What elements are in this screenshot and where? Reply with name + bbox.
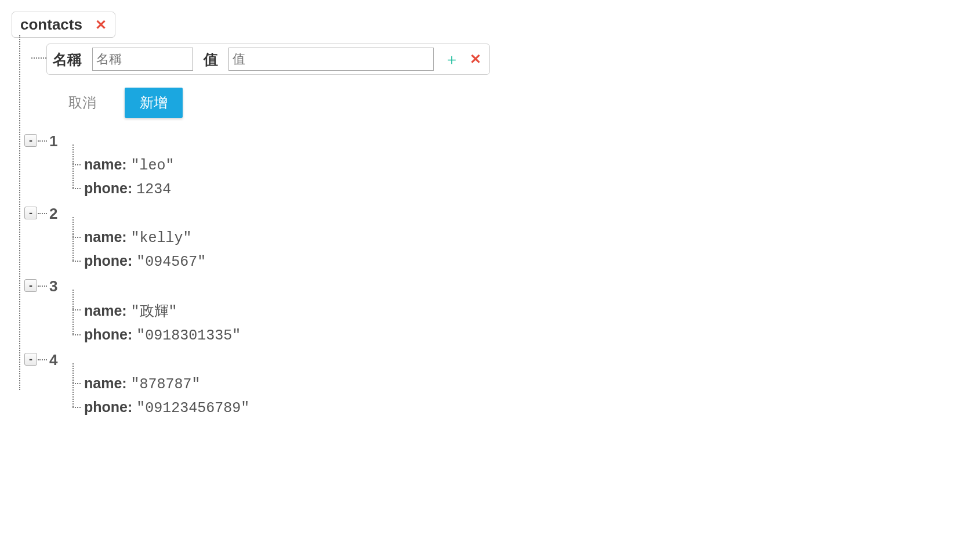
connector-h xyxy=(38,286,47,287)
field-key: phone: xyxy=(84,252,132,269)
connector-h xyxy=(38,140,47,142)
name-input[interactable] xyxy=(92,48,193,71)
connector-v xyxy=(72,308,74,334)
field-key: name: xyxy=(84,156,127,172)
field-value: "878787" xyxy=(131,376,201,393)
connector-h xyxy=(72,188,81,189)
connector-v xyxy=(72,161,74,188)
field-value: "094567" xyxy=(136,254,206,270)
field-key: phone: xyxy=(84,399,132,415)
field-value: "政輝" xyxy=(131,304,177,320)
item-index: 4 xyxy=(49,351,57,369)
connector-v xyxy=(72,290,74,309)
field-value: "leo" xyxy=(131,157,175,174)
add-button[interactable]: 新增 xyxy=(125,88,183,118)
cancel-button[interactable]: 取消 xyxy=(59,88,106,118)
items: - 1 name: "leo" phone: 1234 - xyxy=(26,132,968,417)
connector-h xyxy=(72,237,81,238)
field-row: name: "leo" xyxy=(72,156,968,174)
collapse-icon[interactable]: - xyxy=(24,134,37,147)
form-buttons: 取消 新增 xyxy=(59,88,968,118)
connector-h xyxy=(72,334,81,335)
add-form: 名稱 值 ＋ ✕ xyxy=(46,44,490,75)
item-node: - 2 name: "kelly" phone: "094567" xyxy=(26,205,968,270)
value-label: 值 xyxy=(204,50,218,69)
field-key: name: xyxy=(84,302,127,319)
fields: name: "kelly" phone: "094567" xyxy=(72,229,968,270)
field-row: name: "878787" xyxy=(72,375,968,393)
field-row: name: "kelly" xyxy=(72,229,968,247)
field-value: "09123456789" xyxy=(136,400,249,417)
item-node: - 4 name: "878787" phone: "09123456789" xyxy=(26,351,968,417)
field-key: name: xyxy=(84,375,127,391)
field-row: name: "政輝" xyxy=(72,301,968,320)
field-row: phone: "09123456789" xyxy=(72,399,968,417)
value-input[interactable] xyxy=(228,48,434,71)
root-node[interactable]: contacts ✕ xyxy=(12,12,115,38)
field-value: "0918301335" xyxy=(136,327,241,344)
field-value: "kelly" xyxy=(131,230,192,247)
collapse-icon[interactable]: - xyxy=(24,353,37,366)
item-index: 2 xyxy=(49,205,57,222)
item-node: - 3 name: "政輝" phone: "0918301335" xyxy=(26,277,968,344)
field-key: phone: xyxy=(84,180,132,196)
connector-h xyxy=(72,383,81,384)
connector-h xyxy=(72,261,81,262)
plus-icon[interactable]: ＋ xyxy=(444,52,459,67)
field-row: phone: "0918301335" xyxy=(72,326,968,344)
item-index: 3 xyxy=(49,277,57,295)
collapse-icon[interactable]: - xyxy=(24,207,37,219)
close-icon[interactable]: ✕ xyxy=(95,18,107,32)
connector-v xyxy=(72,380,74,407)
collapse-icon[interactable]: - xyxy=(24,279,37,292)
field-key: name: xyxy=(84,229,127,245)
connector-v xyxy=(72,234,74,261)
connector-v xyxy=(19,35,20,390)
fields: name: "878787" phone: "09123456789" xyxy=(72,375,968,417)
connector-h xyxy=(31,57,46,59)
times-icon[interactable]: ✕ xyxy=(470,52,481,66)
json-tree: contacts ✕ 名稱 值 ＋ ✕ 取消 新增 - 1 xyxy=(0,0,980,435)
field-row: phone: 1234 xyxy=(72,180,968,198)
connector-h xyxy=(72,164,81,165)
connector-h xyxy=(72,407,81,408)
connector-h xyxy=(72,309,81,310)
field-row: phone: "094567" xyxy=(72,252,968,270)
item-node: - 1 name: "leo" phone: 1234 xyxy=(26,132,968,198)
field-value: 1234 xyxy=(136,181,171,198)
field-key: phone: xyxy=(84,326,132,342)
name-label: 名稱 xyxy=(53,50,82,69)
root-label: contacts xyxy=(20,16,82,34)
add-form-wrap: 名稱 值 ＋ ✕ 取消 新增 xyxy=(46,44,968,118)
fields: name: "政輝" phone: "0918301335" xyxy=(72,301,968,344)
connector-h xyxy=(38,359,47,360)
connector-h xyxy=(38,213,47,214)
fields: name: "leo" phone: 1234 xyxy=(72,156,968,198)
item-index: 1 xyxy=(49,132,57,150)
